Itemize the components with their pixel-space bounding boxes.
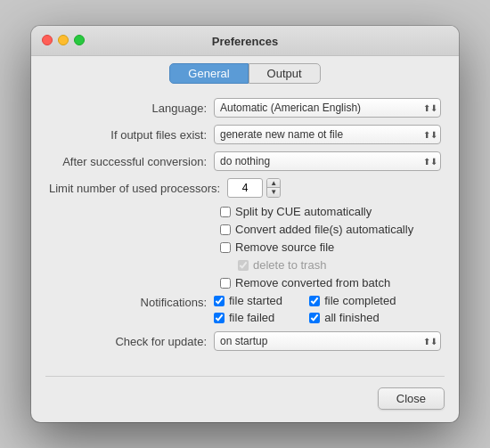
remove-converted-row: Remove converted from batch [220,276,441,289]
processors-decrement-button[interactable]: ▼ [267,188,280,197]
after-conversion-label: After successful conversion: [49,155,214,168]
output-exists-label: If output files exist: [49,128,214,142]
remove-converted-label: Remove converted from batch [235,276,390,289]
after-conversion-select[interactable]: do nothing [214,151,441,171]
processors-row: Limit number of used processors: ▲ ▼ [49,178,441,198]
check-update-select-wrapper: on startup ⬆⬇ [214,331,441,351]
output-exists-select-wrapper: generate new name ot file ⬆⬇ [214,125,441,144]
checkboxes-section: Split by CUE automatically Convert added… [49,205,441,289]
convert-added-label: Convert added file(s) automatically [235,223,413,236]
processors-stepper-buttons: ▲ ▼ [266,178,281,198]
output-exists-control: generate new name ot file ⬆⬇ [214,125,441,144]
preferences-content: Language: Automatic (American English) ⬆… [31,87,459,372]
title-bar: Preferences [31,26,459,56]
processors-label: Limit number of used processors: [49,182,227,195]
after-conversion-control: do nothing ⬆⬇ [214,151,441,171]
check-update-select[interactable]: on startup [214,331,441,351]
remove-source-label: Remove source file [235,240,334,254]
output-exists-row: If output files exist: generate new name… [49,125,441,144]
language-select[interactable]: Automatic (American English) [214,98,441,118]
processors-input[interactable] [227,178,263,198]
after-conversion-row: After successful conversion: do nothing … [49,151,441,171]
split-cue-label: Split by CUE automatically [235,205,372,218]
tab-general[interactable]: General [169,63,248,84]
dialog-title: Preferences [212,35,278,48]
after-conversion-select-wrapper: do nothing ⬆⬇ [214,151,441,171]
preferences-dialog: Preferences General Output Language: Aut… [31,26,459,422]
convert-added-checkbox[interactable] [220,224,231,235]
notif-file-completed: file completed [309,294,396,307]
convert-added-row: Convert added file(s) automatically [220,223,441,236]
language-select-wrapper: Automatic (American English) ⬆⬇ [214,98,441,118]
language-label: Language: [49,102,214,115]
remove-converted-checkbox[interactable] [220,278,231,289]
all-finished-label: all finished [324,311,379,324]
check-update-control: on startup ⬆⬇ [214,331,441,351]
file-failed-checkbox[interactable] [214,313,225,323]
file-failed-label: file failed [229,311,274,324]
notifications-section: Notifications: file started file complet… [49,294,441,324]
output-exists-select[interactable]: generate new name ot file [214,125,441,144]
close-window-button[interactable] [42,35,53,45]
check-update-row: Check for update: on startup ⬆⬇ [49,331,441,351]
tab-bar: General Output [31,56,459,87]
tab-output[interactable]: Output [249,63,321,84]
notifications-grid: file started file completed file failed … [214,294,396,324]
file-completed-checkbox[interactable] [309,296,320,306]
delete-trash-label: delete to trash [253,258,326,272]
file-started-checkbox[interactable] [214,296,225,306]
processors-control: ▲ ▼ [227,178,441,198]
processors-increment-button[interactable]: ▲ [267,179,280,188]
remove-source-row: Remove source file [220,240,441,254]
delete-trash-checkbox[interactable] [238,260,249,271]
minimize-window-button[interactable] [58,35,69,45]
language-row: Language: Automatic (American English) ⬆… [49,98,441,118]
language-control: Automatic (American English) ⬆⬇ [214,98,441,118]
file-started-label: file started [229,294,282,307]
delete-trash-row: delete to trash [220,258,441,272]
maximize-window-button[interactable] [74,35,85,45]
processors-stepper: ▲ ▼ [227,178,441,198]
split-cue-row: Split by CUE automatically [220,205,441,218]
check-update-label: Check for update: [49,335,214,348]
footer-divider [45,376,445,377]
dialog-footer: Close [31,380,459,422]
remove-source-checkbox[interactable] [220,242,231,253]
traffic-lights [42,35,85,45]
close-button[interactable]: Close [378,387,445,410]
notif-all-finished: all finished [309,311,396,324]
notif-file-started: file started [214,294,300,307]
notifications-label: Notifications: [49,294,214,309]
split-cue-checkbox[interactable] [220,207,231,217]
file-completed-label: file completed [324,294,396,307]
notif-file-failed: file failed [214,311,300,324]
all-finished-checkbox[interactable] [309,313,320,323]
